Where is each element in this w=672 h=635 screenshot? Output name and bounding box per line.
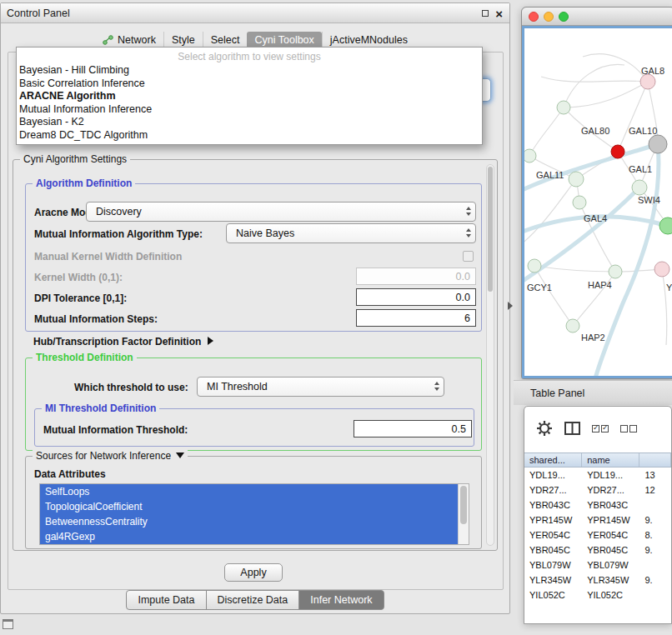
- mi-type-label: Mutual Information Algorithm Type:: [34, 228, 203, 240]
- unselect-all-columns-icon[interactable]: [620, 425, 637, 432]
- node-label: GAL80: [581, 126, 609, 136]
- attribute-item[interactable]: BetweennessCentrality: [40, 514, 458, 529]
- dropdown-item-selected[interactable]: ARACNE Algorithm: [17, 90, 482, 103]
- tab-select[interactable]: Select: [203, 32, 248, 48]
- hub-section-toggle[interactable]: Hub/Transcription Factor Definition: [33, 336, 213, 348]
- tab-jactivemnodules[interactable]: jActiveMNodules: [322, 32, 415, 48]
- table-row[interactable]: YBR043CYBR043C: [524, 498, 671, 512]
- zoom-window-icon[interactable]: [559, 12, 569, 22]
- tab-cyni-toolbox[interactable]: Cyni Toolbox: [247, 32, 321, 48]
- table-row[interactable]: YBL079WYBL079W: [524, 558, 671, 572]
- float-window-icon[interactable]: [482, 10, 489, 17]
- mi-threshold-label: Mutual Information Threshold:: [43, 424, 188, 436]
- which-threshold-combo[interactable]: MI Threshold: [197, 377, 444, 397]
- tab-impute-data[interactable]: Impute Data: [126, 590, 206, 610]
- network-node[interactable]: [569, 172, 584, 187]
- table-panel-header: Table Panel: [514, 380, 672, 405]
- mi-threshold-group-title: MI Threshold Definition: [42, 402, 159, 414]
- data-attributes-label: Data Attributes: [34, 468, 106, 480]
- algorithm-definition-group: Algorithm Definition Aracne Mode: Discov…: [25, 183, 482, 332]
- table-row[interactable]: YDL19...YDL19...13: [524, 468, 671, 482]
- node-label: GAL4: [584, 213, 607, 223]
- attribute-item[interactable]: gal4RGexp: [40, 529, 458, 544]
- dropdown-item[interactable]: Bayesian - K2: [17, 116, 482, 129]
- network-node[interactable]: [573, 196, 586, 209]
- network-node[interactable]: [609, 265, 622, 278]
- network-node[interactable]: [524, 149, 536, 162]
- table-row[interactable]: YIL052CYIL052C: [524, 588, 671, 602]
- close-icon[interactable]: ×: [495, 8, 503, 20]
- node-label: GCY1: [527, 282, 552, 292]
- apply-button[interactable]: Apply: [224, 563, 283, 582]
- control-panel-titlebar: Control Panel ×: [1, 3, 509, 23]
- tab-network[interactable]: Network: [95, 32, 163, 48]
- table-header-row: shared... name: [524, 452, 671, 468]
- node-label: HAP2: [581, 332, 605, 342]
- node-label: Y: [666, 282, 672, 292]
- node-label: GAL10: [629, 126, 657, 136]
- network-node[interactable]: [654, 262, 669, 277]
- node-label: GAL11: [536, 170, 564, 180]
- restore-panel-icon[interactable]: [3, 619, 13, 629]
- sources-group-title[interactable]: Sources for Network Inference: [33, 450, 188, 462]
- combo-stepper-icon: [466, 207, 471, 216]
- dropdown-item[interactable]: Mutual Information Inference: [17, 103, 482, 117]
- network-canvas[interactable]: GAL8 GAL80 GAL10 GAL11 GAL1 SWI4 GAL4 GC…: [522, 26, 672, 378]
- settings-scrollbar[interactable]: [486, 164, 494, 546]
- table-row[interactable]: YER054CYER054C8.: [524, 528, 671, 542]
- network-node[interactable]: [632, 180, 647, 195]
- dpi-tolerance-field[interactable]: [356, 288, 476, 306]
- algorithm-definition-title: Algorithm Definition: [33, 178, 135, 189]
- network-node-selected[interactable]: [611, 145, 624, 158]
- panel-splitter-handle[interactable]: [508, 302, 513, 310]
- algorithm-dropdown-popup: Select algorithm to view settings Bayesi…: [16, 47, 483, 145]
- combo-stepper-icon: [466, 228, 471, 238]
- network-tab-icon: [103, 35, 113, 45]
- which-threshold-label: Which threshold to use:: [74, 382, 188, 393]
- attribute-item[interactable]: TopologicalCoefficient: [40, 499, 458, 514]
- show-columns-icon[interactable]: [564, 422, 580, 435]
- table-row[interactable]: YPR145WYPR145W9.: [524, 512, 671, 528]
- aracne-mode-combo[interactable]: Discovery: [86, 202, 476, 222]
- kernel-width-label: Kernel Width (0,1):: [34, 272, 123, 283]
- mi-threshold-field[interactable]: [354, 420, 472, 438]
- column-header[interactable]: [639, 453, 671, 467]
- table-body: YDL19...YDL19...13 YDR27...YDR27...12 YB…: [524, 468, 671, 602]
- table-panel-title: Table Panel: [530, 381, 584, 406]
- network-node[interactable]: [649, 135, 667, 153]
- mi-type-combo[interactable]: Naive Bayes: [226, 223, 476, 243]
- tab-style[interactable]: Style: [163, 32, 203, 48]
- minimize-window-icon[interactable]: [544, 12, 554, 22]
- table-row[interactable]: YBR045CYBR045C9.: [524, 542, 671, 558]
- tab-discretize-data[interactable]: Discretize Data: [206, 590, 300, 610]
- network-view-window: GAL8 GAL80 GAL10 GAL11 GAL1 SWI4 GAL4 GC…: [521, 7, 672, 379]
- network-node[interactable]: [640, 74, 655, 89]
- close-window-icon[interactable]: [529, 12, 539, 22]
- node-label: HAP4: [588, 280, 612, 290]
- column-header[interactable]: name: [582, 453, 639, 467]
- manual-kernel-checkbox[interactable]: [463, 251, 474, 262]
- table-row[interactable]: YDR27...YDR27...12: [524, 482, 671, 498]
- network-node[interactable]: [528, 259, 541, 272]
- network-node[interactable]: [659, 218, 672, 234]
- gear-icon[interactable]: [536, 420, 553, 437]
- mi-steps-field[interactable]: [356, 309, 476, 327]
- sources-group: Sources for Network Inference Data Attri…: [25, 456, 482, 549]
- table-row[interactable]: YLR345WYLR345W9.: [524, 572, 671, 588]
- dropdown-item[interactable]: Bayesian - Hill Climbing: [17, 64, 482, 78]
- network-window-titlebar[interactable]: [522, 8, 672, 26]
- network-node[interactable]: [557, 101, 570, 114]
- tab-infer-network[interactable]: Infer Network: [298, 590, 384, 610]
- threshold-definition-title: Threshold Definition: [33, 352, 137, 363]
- attributes-scrollbar[interactable]: [458, 484, 469, 544]
- column-header[interactable]: shared...: [524, 453, 582, 467]
- attribute-item[interactable]: SelfLoops: [40, 484, 458, 499]
- dropdown-item[interactable]: Dream8 DC_TDC Algorithm: [17, 129, 482, 142]
- settings-scrollbar-thumb[interactable]: [488, 167, 493, 292]
- manual-kernel-label: Manual Kernel Width Definition: [34, 251, 182, 262]
- select-all-columns-icon[interactable]: [592, 425, 609, 432]
- kernel-width-field[interactable]: [356, 268, 476, 285]
- network-node[interactable]: [566, 319, 579, 332]
- table-toolbar: [524, 413, 671, 443]
- dropdown-item[interactable]: Basic Correlation Inference: [17, 78, 482, 91]
